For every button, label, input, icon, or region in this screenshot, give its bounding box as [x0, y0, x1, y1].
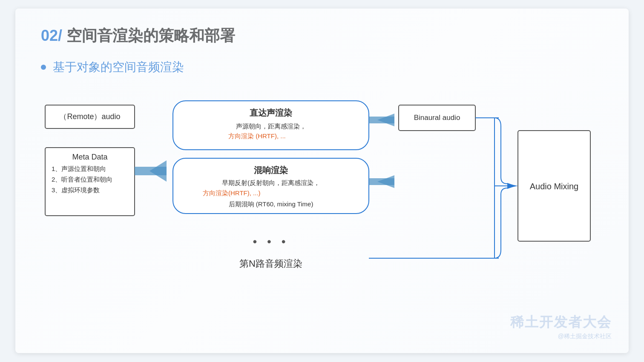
- svg-text:早期反射(反射朝向，距离感渲染，: 早期反射(反射朝向，距离感渲染，: [222, 179, 320, 186]
- svg-text:直达声渲染: 直达声渲染: [250, 108, 292, 117]
- subtitle-text: 基于对象的空间音频渲染: [53, 59, 184, 75]
- title-text: 空间音渲染的策略和部署: [62, 27, 235, 44]
- slide: 02/ 空间音渲染的策略和部署 基于对象的空间音频渲染 （Remote）audi…: [15, 9, 629, 353]
- svg-text:混响渲染: 混响渲染: [254, 165, 288, 175]
- diagram-area: （Remote）audio Meta Data 1、声源位置和朝向 2、听音者位…: [41, 92, 603, 314]
- watermark: 稀土开发者大会 @稀土掘金技术社区: [510, 313, 612, 340]
- svg-rect-8: [135, 167, 167, 175]
- svg-text:方向渲染 (HRTF), ...: 方向渲染 (HRTF), ...: [228, 132, 286, 140]
- page-title: 02/ 空间音渲染的策略和部署: [41, 26, 603, 46]
- svg-text:Audio Mixing: Audio Mixing: [530, 182, 579, 191]
- subtitle-row: 基于对象的空间音频渲染: [41, 59, 603, 75]
- svg-text:1、声源位置和朝向: 1、声源位置和朝向: [52, 165, 106, 172]
- svg-text:声源朝向，距离感渲染，: 声源朝向，距离感渲染，: [236, 123, 306, 130]
- svg-marker-32: [507, 183, 516, 189]
- bullet-icon: [41, 65, 46, 70]
- svg-text:方向渲染(HRTF), ...): 方向渲染(HRTF), ...): [203, 189, 261, 197]
- svg-text:• • •: • • •: [253, 235, 289, 248]
- svg-text:第N路音频渲染: 第N路音频渲染: [239, 258, 302, 269]
- watermark-main: 稀土开发者大会: [510, 313, 612, 332]
- svg-text:Meta Data: Meta Data: [72, 153, 108, 161]
- diagram-svg: （Remote）audio Meta Data 1、声源位置和朝向 2、听音者位…: [41, 92, 612, 314]
- title-number: 02/: [41, 27, 62, 44]
- svg-text:2、听音者位置和朝向: 2、听音者位置和朝向: [52, 176, 112, 183]
- svg-text:Binaural audio: Binaural audio: [414, 114, 460, 122]
- svg-text:3、虚拟环境参数: 3、虚拟环境参数: [52, 186, 100, 194]
- watermark-sub: @稀土掘金技术社区: [510, 333, 612, 340]
- svg-rect-23: [369, 178, 394, 185]
- svg-rect-21: [369, 117, 394, 123]
- svg-text:后期混响 (RT60, mixing Time): 后期混响 (RT60, mixing Time): [229, 200, 313, 208]
- svg-text:（Remote）audio: （Remote）audio: [59, 112, 120, 121]
